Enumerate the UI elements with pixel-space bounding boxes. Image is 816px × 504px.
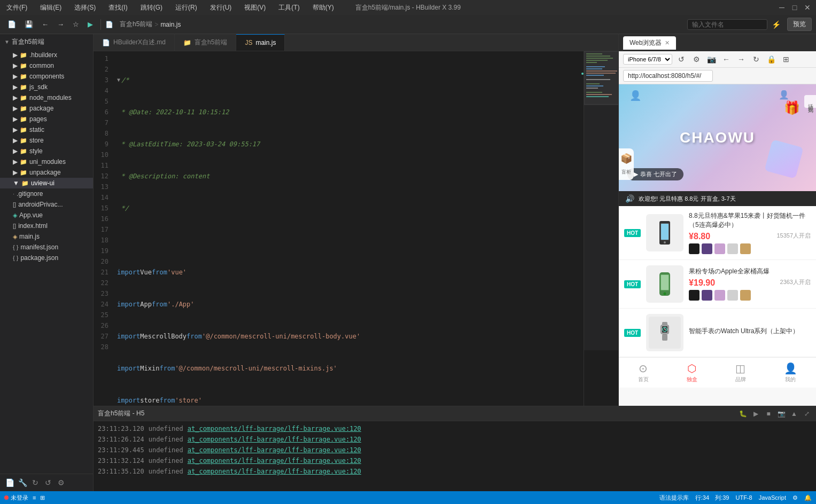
sidebar-item-store[interactable]: ▶ 📁 store	[0, 135, 93, 146]
menu-select[interactable]: 选择(S)	[72, 2, 98, 13]
browser-reload-icon[interactable]: ↻	[750, 53, 762, 65]
debug-icon[interactable]: 🐛	[738, 409, 748, 419]
sidebar-item-hbuilderx[interactable]: ▶ 📁 .hbuilderx	[0, 50, 93, 60]
product-item-3[interactable]: HOT	[619, 309, 816, 357]
run-h5-icon[interactable]: ▶	[751, 409, 760, 419]
product-item-1[interactable]: HOT	[619, 206, 816, 260]
sidebar-item-common[interactable]: ▶ 📁 common	[0, 60, 93, 71]
sidebar-item-static[interactable]: ▶ 📁 static	[0, 124, 93, 135]
console-link[interactable]: at_components/lff-barrage/lff-barrage.vu…	[188, 445, 361, 455]
browser-refresh-icon[interactable]: ↺	[675, 53, 687, 65]
status-row-col[interactable]: 行:34 列:39	[695, 494, 729, 502]
browser-tab-close[interactable]: ✕	[665, 40, 670, 46]
console-time: 23:11:35.120	[98, 466, 144, 477]
sidebar-item-uviewui[interactable]: ▼ 📁 uview-ui	[0, 178, 93, 188]
menu-publish[interactable]: 发行(U)	[208, 2, 234, 13]
new-file-button[interactable]: 📄	[4, 19, 19, 30]
sidebar-bottom-btn5[interactable]: ⚙	[56, 477, 66, 488]
screenshot-bp-icon[interactable]: 📷	[776, 409, 786, 419]
menu-run[interactable]: 运行(R)	[173, 2, 199, 13]
code-editor[interactable]: 12345 678910 1112131415 1617181920 21222…	[94, 51, 584, 406]
sidebar-item-unpackage[interactable]: ▶ 📁 unpackage	[0, 167, 93, 178]
status-error-item[interactable]: 未登录	[4, 494, 28, 502]
console-link[interactable]: at_components/lff-barrage/lff-barrage.vu…	[188, 466, 361, 477]
status-outline-icon[interactable]: ≡	[33, 494, 36, 501]
sidebar-item-unimodules[interactable]: ▶ 📁 uni_modules	[0, 156, 93, 167]
browser-forward-icon[interactable]: →	[735, 53, 747, 65]
menu-help[interactable]: 帮助(Y)	[310, 2, 336, 13]
sidebar-item-components[interactable]: ▶ 📁 components	[0, 71, 93, 82]
sidebar-bottom-btn2[interactable]: 🔧	[17, 477, 28, 488]
tab-project[interactable]: 📁 盲盒h5前端	[175, 34, 236, 51]
sidebar-item-jssdk[interactable]: ▶ 📁 js_sdk	[0, 82, 93, 92]
sidebar-root[interactable]: ▼ 盲盒h5前端	[0, 34, 93, 50]
sidebar-bottom-btn1[interactable]: 📄	[4, 477, 15, 488]
file-search-input[interactable]	[687, 19, 767, 30]
sidebar-bottom-btn4[interactable]: ↺	[43, 477, 53, 488]
menu-file[interactable]: 文件(F)	[4, 2, 29, 13]
back-button[interactable]: ←	[38, 19, 52, 30]
sidebar-item-nodemodules[interactable]: ▶ 📁 node_modules	[0, 92, 93, 103]
browser-back-icon[interactable]: ←	[720, 53, 732, 65]
browser-bookmark-icon[interactable]: ⊞	[780, 53, 792, 65]
side-activity-panel[interactable]: 活 动 视 则	[804, 95, 816, 108]
close-button[interactable]: ✕	[803, 3, 812, 12]
stop-icon[interactable]: ■	[764, 409, 773, 419]
sidebar-item-androidprivac[interactable]: [] androidPrivac...	[0, 199, 93, 210]
tab-mainjs[interactable]: JS main.js	[236, 34, 285, 51]
sidebar-item-manifestjson[interactable]: { } manifest.json	[0, 242, 93, 253]
sidebar-item-mainjs[interactable]: ◈ main.js	[0, 231, 93, 242]
menu-find[interactable]: 查找(I)	[106, 2, 129, 13]
browser-screenshot-icon[interactable]: 📷	[705, 53, 717, 65]
nav-item-blind-box[interactable]: ⬡ 独盒	[687, 362, 697, 383]
sidebar-item-packagejson[interactable]: { } package.json	[0, 253, 93, 263]
fold-btn[interactable]: ▼	[117, 75, 120, 85]
device-select[interactable]: iPhone 6/7/8	[623, 54, 672, 65]
menu-jump[interactable]: 跳转(G)	[138, 2, 165, 13]
nav-item-home[interactable]: ⊙ 首页	[638, 362, 649, 383]
status-search-icon[interactable]: ⊞	[40, 494, 45, 501]
bookmark-button[interactable]: ☆	[69, 19, 82, 30]
sidebar-item-appvue[interactable]: ◈ App.vue	[0, 210, 93, 220]
status-settings-icon[interactable]: ⚙	[792, 494, 798, 501]
window-controls[interactable]: ─ □ ✕	[778, 3, 812, 12]
sidebar-item-gitignore[interactable]: · .gitignore	[0, 188, 93, 199]
sidebar-item-package[interactable]: ▶ 📁 package	[0, 103, 93, 114]
product-count-2: 2363人开启	[780, 278, 811, 286]
tab-hbuilderxmd[interactable]: 📄 HBuilderX自述.md	[94, 34, 175, 51]
menu-edit[interactable]: 编辑(E)	[38, 2, 64, 13]
address-bar[interactable]	[623, 70, 713, 82]
run-button[interactable]: ▶	[84, 19, 96, 30]
expand-icon[interactable]: ⤢	[802, 409, 812, 419]
video-play-btn[interactable]: ▶ 恭喜 七开出了	[627, 168, 683, 180]
left-nav-icon-box[interactable]: 📦	[620, 153, 632, 164]
sidebar-item-indexhtml[interactable]: [] index.html	[0, 220, 93, 231]
minimize-button[interactable]: ─	[778, 3, 786, 12]
status-language[interactable]: JavaScript	[759, 494, 786, 501]
filter-icon[interactable]: ⚡	[772, 20, 781, 29]
console-link[interactable]: at_components/lff-barrage/lff-barrage.vu…	[188, 434, 361, 445]
nav-item-brand[interactable]: ◫ 品牌	[735, 362, 746, 383]
console-link[interactable]: at_components/lff-barrage/lff-barrage.vu…	[188, 423, 361, 434]
console-link[interactable]: at_components/lff-barrage/lff-barrage.vu…	[188, 455, 361, 466]
browser-tab-web[interactable]: Web浏览器 ✕	[623, 36, 676, 50]
menu-bar[interactable]: 文件(F) 编辑(E) 选择(S) 查找(I) 跳转(G) 运行(R) 发行(U…	[4, 2, 336, 13]
status-bell-icon[interactable]: 🔔	[804, 494, 812, 501]
breadcrumb-file[interactable]: main.js	[160, 21, 181, 28]
sidebar-item-pages[interactable]: ▶ 📁 pages	[0, 114, 93, 124]
breadcrumb-project[interactable]: 盲盒h5前端	[120, 20, 152, 29]
status-hint[interactable]: 语法提示库	[659, 494, 689, 502]
forward-button[interactable]: →	[54, 19, 67, 30]
sidebar-item-style[interactable]: ▶ 📁 style	[0, 146, 93, 156]
maximize-button[interactable]: □	[790, 3, 799, 12]
sidebar-bottom-btn3[interactable]: ↻	[30, 477, 41, 488]
save-button[interactable]: 💾	[21, 19, 36, 30]
browser-settings-icon[interactable]: ⚙	[690, 53, 702, 65]
menu-tools[interactable]: 工具(T)	[276, 2, 301, 13]
preview-button[interactable]: 预览	[787, 18, 812, 31]
nav-item-profile[interactable]: 👤 我的	[784, 362, 797, 383]
status-encoding[interactable]: UTF-8	[735, 494, 752, 501]
up-icon[interactable]: ▲	[789, 409, 799, 419]
menu-view[interactable]: 视图(V)	[242, 2, 268, 13]
product-item-2[interactable]: HOT	[619, 260, 816, 309]
